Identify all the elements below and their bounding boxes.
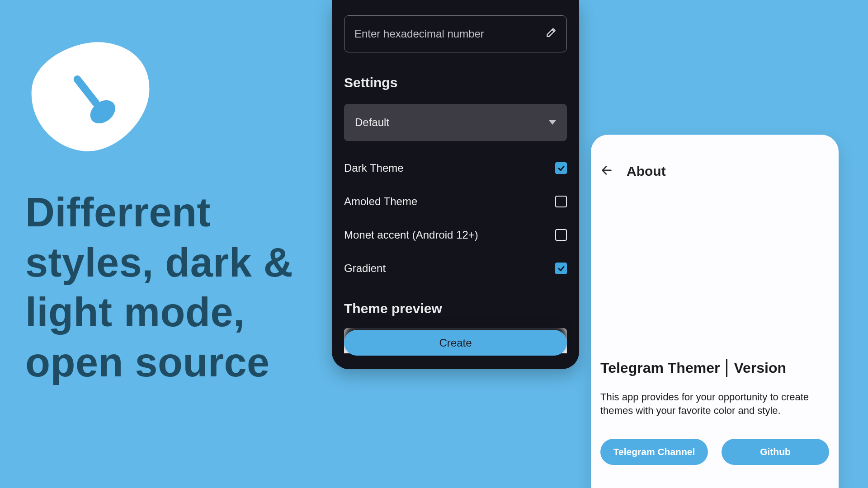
style-dropdown[interactable]: Default bbox=[344, 104, 567, 141]
divider-icon bbox=[726, 359, 727, 377]
button-label: Telegram Channel bbox=[613, 446, 695, 457]
settings-screen-dark: Enter hexadecimal number Settings Defaul… bbox=[332, 0, 579, 369]
about-screen-light: About Telegram Themer Version This app p… bbox=[591, 135, 839, 488]
about-title: About bbox=[627, 164, 666, 179]
headline-text: Differrentstyles, dark &light mode,open … bbox=[25, 188, 293, 388]
button-label: Github bbox=[760, 446, 791, 457]
app-name-row: Telegram Themer Version bbox=[600, 359, 829, 377]
dropdown-value: Default bbox=[355, 116, 389, 129]
eyedropper-icon[interactable] bbox=[545, 27, 557, 41]
settings-heading: Settings bbox=[344, 75, 567, 90]
app-description: This app provides for your opportunity t… bbox=[600, 390, 829, 417]
option-label: Gradient bbox=[344, 262, 386, 275]
option-monet-accent[interactable]: Monet accent (Android 12+) bbox=[344, 229, 567, 241]
checkbox-on-icon bbox=[555, 263, 567, 274]
option-dark-theme[interactable]: Dark Theme bbox=[344, 162, 567, 174]
checkbox-off-icon bbox=[555, 196, 567, 207]
version-label: Version bbox=[734, 360, 786, 376]
create-button[interactable]: Create bbox=[344, 330, 567, 356]
back-arrow-icon[interactable] bbox=[600, 164, 613, 178]
github-button[interactable]: Github bbox=[722, 439, 829, 465]
option-gradient[interactable]: Gradient bbox=[344, 262, 567, 275]
option-label: Amoled Theme bbox=[344, 195, 417, 208]
app-logo bbox=[27, 38, 154, 155]
app-name: Telegram Themer bbox=[600, 360, 720, 376]
create-button-label: Create bbox=[439, 337, 472, 349]
checkbox-on-icon bbox=[555, 162, 567, 174]
option-label: Dark Theme bbox=[344, 162, 404, 174]
theme-preview-heading: Theme preview bbox=[344, 301, 567, 316]
hex-input[interactable]: Enter hexadecimal number bbox=[344, 15, 567, 52]
option-label: Monet accent (Android 12+) bbox=[344, 229, 478, 241]
chevron-down-icon bbox=[549, 120, 556, 125]
checkbox-off-icon bbox=[555, 229, 567, 241]
hex-input-placeholder: Enter hexadecimal number bbox=[354, 28, 484, 40]
option-amoled-theme[interactable]: Amoled Theme bbox=[344, 195, 567, 208]
telegram-channel-button[interactable]: Telegram Channel bbox=[600, 439, 708, 465]
